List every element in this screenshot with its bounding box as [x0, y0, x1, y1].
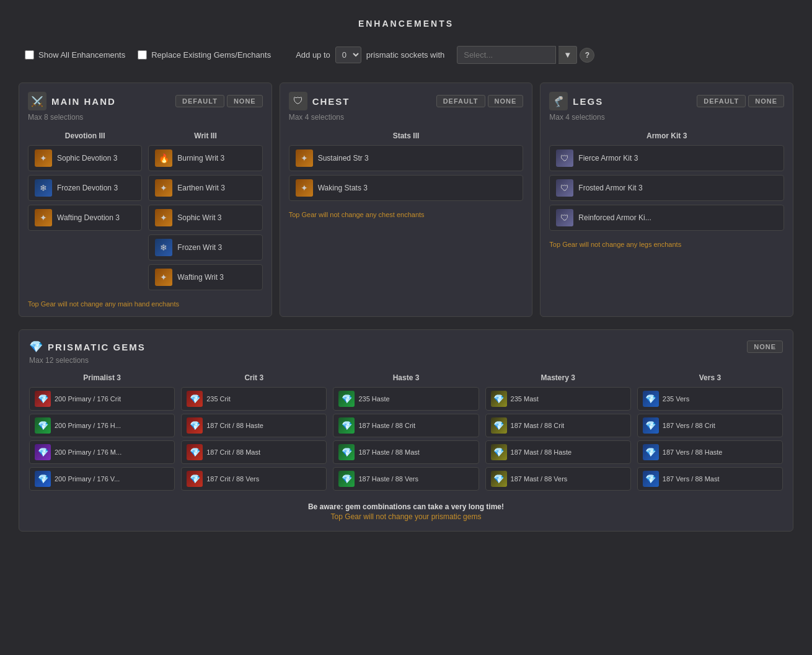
legs-default-btn[interactable]: DEFAULT [697, 95, 746, 107]
haste-vers-icon: 💎 [338, 471, 355, 487]
crit-vers-icon: 💎 [187, 471, 203, 487]
replace-checkbox[interactable] [138, 50, 147, 60]
writ-col-header: Writ III [148, 131, 262, 140]
list-item[interactable]: 💎 235 Haste [333, 387, 479, 411]
prismatic-none-btn[interactable]: NONE [747, 341, 783, 353]
list-item[interactable]: ✦ Sophic Devotion 3 [28, 145, 142, 171]
haste-col: Haste 3 💎 235 Haste 💎 187 Haste / 88 Cri… [333, 373, 479, 494]
list-item[interactable]: ❄ Frozen Devotion 3 [28, 175, 142, 201]
add-up-to-select[interactable]: 0123 [335, 47, 361, 63]
list-item[interactable]: 🛡 Reinforced Armor Ki... [549, 205, 784, 231]
list-item[interactable]: 💎 187 Haste / 88 Vers [333, 467, 479, 491]
chest-default-btn[interactable]: DEFAULT [436, 95, 485, 107]
burning-writ-label: Burning Writ 3 [177, 154, 224, 163]
frozen-devotion-label: Frozen Devotion 3 [57, 184, 118, 192]
list-item[interactable]: 💎 187 Crit / 88 Mast [181, 440, 327, 464]
list-item[interactable]: 🛡 Fierce Armor Kit 3 [549, 145, 784, 171]
prismatic-select-input[interactable] [457, 46, 556, 64]
show-all-checkbox-label[interactable]: Show All Enhancements [25, 50, 125, 60]
list-item[interactable]: ✦ Waking Stats 3 [289, 175, 524, 201]
list-item[interactable]: 💎 187 Mast / 88 Vers [485, 467, 631, 491]
haste-crit-icon: 💎 [338, 417, 355, 434]
list-item[interactable]: ✦ Earthen Writ 3 [148, 175, 262, 201]
primalist-col: Primalist 3 💎 200 Primary / 176 Crit 💎 2… [29, 373, 175, 494]
prismatic-dropdown-button[interactable]: ▼ [558, 46, 577, 64]
list-item[interactable]: 💎 187 Mast / 88 Crit [485, 414, 631, 437]
legs-title-area: 🦿 LEGS [549, 92, 603, 110]
list-item[interactable]: 💎 187 Haste / 88 Crit [333, 414, 479, 437]
list-item[interactable]: ✦ Sustained Str 3 [289, 145, 524, 171]
list-item[interactable]: 💎 200 Primary / 176 M... [29, 440, 175, 464]
list-item[interactable]: 💎 187 Crit / 88 Haste [181, 414, 327, 437]
list-item[interactable]: ✦ Wafting Devotion 3 [28, 205, 142, 231]
page-title: ENHANCEMENTS [19, 12, 793, 29]
wafting-devotion-label: Wafting Devotion 3 [57, 213, 120, 222]
list-item[interactable]: ✦ Sophic Writ 3 [148, 205, 262, 231]
list-item[interactable]: 💎 187 Vers / 88 Haste [637, 440, 783, 464]
chest-warning: Top Gear will not change any chest encha… [289, 211, 524, 218]
haste-gem-icon: 💎 [338, 391, 355, 407]
list-item[interactable]: 💎 187 Crit / 88 Vers [181, 467, 327, 491]
list-item[interactable]: 💎 187 Haste / 88 Mast [333, 440, 479, 464]
gems-columns: Primalist 3 💎 200 Primary / 176 Crit 💎 2… [29, 373, 783, 494]
frosted-armor-icon: 🛡 [556, 179, 573, 197]
chest-title-area: 🛡 CHEST [289, 92, 350, 110]
armor-kit-col: Armor Kit 3 🛡 Fierce Armor Kit 3 🛡 Frost… [549, 131, 784, 234]
list-item[interactable]: 💎 235 Crit [181, 387, 327, 411]
main-hand-btn-group: DEFAULT NONE [175, 95, 263, 107]
crit-mast-icon: 💎 [187, 444, 203, 460]
mastery-vers-icon: 💎 [491, 471, 507, 487]
main-hand-default-btn[interactable]: DEFAULT [175, 95, 224, 107]
prismatic-title: PRISMATIC GEMS [48, 342, 146, 352]
sophic-devotion-icon: ✦ [35, 149, 52, 167]
mastery-col-header: Mastery 3 [485, 373, 631, 382]
legs-section: 🦿 LEGS DEFAULT NONE Max 4 selections Arm… [540, 82, 793, 317]
mastery-vers-label: 187 Mast / 88 Vers [511, 475, 568, 483]
main-hand-none-btn[interactable]: NONE [227, 95, 263, 107]
mastery-haste-label: 187 Mast / 88 Haste [511, 448, 571, 456]
sophic-writ-label: Sophic Writ 3 [177, 213, 221, 222]
frozen-writ-icon: ❄ [155, 239, 172, 256]
list-item[interactable]: 💎 235 Mast [485, 387, 631, 411]
legs-icon: 🦿 [549, 92, 568, 110]
prismatic-section: 💎 PRISMATIC GEMS NONE Max 12 selections … [19, 329, 793, 532]
sustained-str-label: Sustained Str 3 [318, 154, 369, 163]
list-item[interactable]: ✦ Wafting Writ 3 [148, 264, 262, 290]
list-item[interactable]: 🛡 Frosted Armor Kit 3 [549, 175, 784, 201]
crit-gem-label: 235 Crit [206, 395, 231, 403]
help-button[interactable]: ? [580, 48, 594, 63]
sophic-devotion-label: Sophic Devotion 3 [57, 154, 117, 163]
list-item[interactable]: 💎 187 Vers / 88 Mast [637, 467, 783, 491]
haste-crit-label: 187 Haste / 88 Crit [358, 422, 415, 429]
vers-gem-label: 235 Vers [663, 395, 689, 403]
list-item[interactable]: 💎 200 Primary / 176 Crit [29, 387, 175, 411]
primalist-haste-label: 200 Primary / 176 H... [55, 422, 121, 429]
legs-none-btn[interactable]: NONE [748, 95, 784, 107]
devotion-col: Devotion III ✦ Sophic Devotion 3 ❄ Froze… [28, 131, 142, 294]
list-item[interactable]: 💎 235 Vers [637, 387, 783, 411]
legs-columns: Armor Kit 3 🛡 Fierce Armor Kit 3 🛡 Frost… [549, 131, 784, 234]
list-item[interactable]: 💎 187 Mast / 88 Haste [485, 440, 631, 464]
mastery-haste-icon: 💎 [491, 444, 507, 460]
list-item[interactable]: 🔥 Burning Writ 3 [148, 145, 262, 171]
list-item[interactable]: 💎 187 Vers / 88 Crit [637, 414, 783, 437]
chest-btn-group: DEFAULT NONE [436, 95, 524, 107]
chest-columns: Stats III ✦ Sustained Str 3 ✦ Waking Sta… [289, 131, 524, 205]
writ-col: Writ III 🔥 Burning Writ 3 ✦ Earthen Writ… [148, 131, 262, 294]
prismatic-icon: 💎 [29, 340, 43, 354]
list-item[interactable]: ❄ Frozen Writ 3 [148, 234, 262, 261]
list-item[interactable]: 💎 200 Primary / 176 H... [29, 414, 175, 437]
vers-gem-icon: 💎 [643, 391, 659, 407]
show-all-checkbox[interactable] [25, 50, 34, 60]
vers-mast-icon: 💎 [643, 471, 659, 487]
legs-header: 🦿 LEGS DEFAULT NONE [549, 92, 784, 110]
legs-subtitle: Max 4 selections [549, 113, 784, 122]
burning-writ-icon: 🔥 [155, 149, 172, 167]
list-item[interactable]: 💎 200 Primary / 176 V... [29, 467, 175, 491]
prismatic-label: prismatic sockets with [366, 50, 444, 60]
chest-header: 🛡 CHEST DEFAULT NONE [289, 92, 524, 110]
replace-checkbox-label[interactable]: Replace Existing Gems/Enchants [138, 50, 271, 60]
prismatic-title-area: 💎 PRISMATIC GEMS [29, 340, 146, 354]
legs-btn-group: DEFAULT NONE [697, 95, 784, 107]
chest-none-btn[interactable]: NONE [488, 95, 524, 107]
